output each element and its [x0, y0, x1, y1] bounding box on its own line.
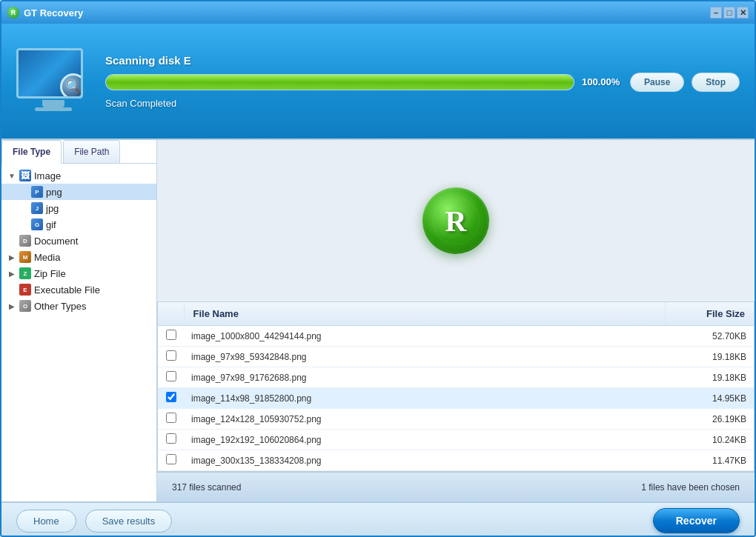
cell-filesize-1: 52.70KB [665, 326, 754, 347]
tree-label-gif: gif [46, 219, 56, 230]
title-bar: R GT Recovery – □ ✕ [1, 1, 755, 24]
tree-item-executable[interactable]: E Executable File [1, 281, 156, 298]
file-checkbox-3[interactable] [166, 371, 176, 381]
bottom-bar: Home Save results Recover [1, 501, 755, 537]
recover-button[interactable]: Recover [653, 508, 740, 533]
file-table-body: image_1000x800_44294144.png 52.70KB imag… [158, 326, 754, 471]
cell-filesize-7: 11.47KB [665, 450, 754, 471]
tree-label-image: Image [34, 170, 61, 181]
progress-bar-background [105, 74, 574, 90]
tab-file-path[interactable]: File Path [63, 140, 120, 163]
file-checkbox-7[interactable] [166, 454, 176, 464]
cell-checkbox [158, 326, 184, 347]
search-icon: 🔍 [60, 73, 83, 99]
spacer-jpg [19, 204, 28, 213]
table-row: image_114x98_91852800.png 14.95KB [158, 388, 754, 409]
cell-filename-1: image_1000x800_44294144.png [184, 326, 665, 347]
tree-label-jpg: jpg [46, 203, 59, 214]
progress-row: 100.00% Pause Stop [105, 73, 740, 92]
jpg-icon: J [31, 202, 43, 214]
file-checkbox-1[interactable] [166, 330, 176, 340]
image-folder-icon: 🖼 [19, 170, 31, 181]
minimize-button[interactable]: – [710, 7, 722, 19]
maximize-button[interactable]: □ [723, 7, 735, 19]
close-button[interactable]: ✕ [737, 7, 749, 19]
title-controls: – □ ✕ [710, 7, 749, 19]
progress-bar-fill [106, 75, 574, 90]
table-row: image_192x192_106020864.png 10.24KB [158, 430, 754, 450]
cell-filesize-3: 19.18KB [665, 367, 754, 388]
monitor-base [35, 107, 72, 111]
cell-checkbox [158, 388, 184, 409]
file-type-tree: ▼ 🖼 Image P png J jpg [1, 164, 156, 318]
spacer-exec [7, 285, 16, 294]
col-checkbox [158, 302, 184, 326]
executable-icon: E [19, 284, 31, 296]
logo-area: R [157, 140, 755, 301]
home-button[interactable]: Home [16, 510, 76, 533]
progress-percentage: 100.00% [582, 76, 623, 87]
recover-logo: R [422, 187, 489, 254]
scan-info: Scanning disk E 100.00% Pause Stop Scan … [105, 54, 740, 109]
expander-media: ▶ [7, 253, 16, 261]
expander-zip: ▶ [7, 269, 16, 278]
file-table-container: File Name File Size image_1000x800_44294… [157, 301, 755, 472]
tree-label-zip: Zip File [34, 268, 66, 279]
cell-filename-2: image_97x98_59342848.png [184, 347, 665, 367]
table-row: image_97x98_59342848.png 19.18KB [158, 347, 754, 367]
file-checkbox-5[interactable] [166, 413, 176, 423]
expander-image: ▼ [7, 171, 16, 180]
file-checkbox-4[interactable] [166, 392, 176, 402]
cell-filesize-4: 14.95KB [665, 388, 754, 409]
save-results-button[interactable]: Save results [85, 510, 173, 533]
tree-item-other[interactable]: ▶ O Other Types [1, 298, 156, 314]
file-checkbox-2[interactable] [166, 350, 176, 361]
sidebar-tabs: File Type File Path [1, 140, 156, 164]
files-scanned-text: 317 files scanned [172, 482, 241, 493]
file-area: R File Name File Size [157, 140, 755, 501]
cell-filesize-2: 19.18KB [665, 347, 754, 367]
tree-item-png[interactable]: P png [1, 184, 156, 200]
cell-checkbox [158, 450, 184, 471]
document-icon: D [19, 235, 31, 247]
tree-item-media[interactable]: ▶ M Media [1, 249, 156, 265]
file-checkbox-6[interactable] [166, 433, 176, 444]
scan-title: Scanning disk E [105, 54, 740, 67]
col-filesize: File Size [665, 302, 754, 326]
tree-item-gif[interactable]: G gif [1, 216, 156, 233]
tree-item-image[interactable]: ▼ 🖼 Image [1, 167, 156, 184]
table-row: image_300x135_138334208.png 11.47KB [158, 450, 754, 471]
cell-checkbox [158, 367, 184, 388]
cell-checkbox [158, 409, 184, 430]
spacer-document [7, 236, 16, 245]
app-window: R GT Recovery – □ ✕ 🔍 Scanning disk E 10… [0, 0, 756, 537]
tab-file-type[interactable]: File Type [1, 140, 62, 164]
cell-filename-5: image_124x128_105930752.png [184, 409, 665, 430]
bottom-left-buttons: Home Save results [16, 510, 172, 533]
cell-checkbox [158, 347, 184, 367]
cell-filesize-5: 26.19KB [665, 409, 754, 430]
tree-item-jpg[interactable]: J jpg [1, 200, 156, 216]
tree-label-executable: Executable File [34, 284, 100, 296]
tree-item-zip[interactable]: ▶ Z Zip File [1, 265, 156, 281]
monitor-icon: 🔍 [16, 48, 90, 115]
files-chosen-text: 1 files have been chosen [641, 482, 740, 493]
tree-item-document[interactable]: D Document [1, 233, 156, 249]
tree-label-document: Document [34, 236, 78, 247]
monitor-stand [42, 100, 64, 107]
sidebar: File Type File Path ▼ 🖼 Image P png [1, 140, 157, 501]
tree-label-other: Other Types [34, 301, 87, 312]
scan-completed-text: Scan Completed [105, 98, 740, 109]
pause-button[interactable]: Pause [630, 73, 684, 92]
stop-button[interactable]: Stop [692, 73, 740, 92]
recover-letter: R [445, 204, 467, 239]
media-icon: M [19, 251, 31, 263]
cell-checkbox [158, 430, 184, 450]
png-icon: P [31, 186, 43, 198]
table-header-row: File Name File Size [158, 302, 754, 326]
cell-filename-4: image_114x98_91852800.png [184, 388, 665, 409]
tree-label-png: png [46, 187, 62, 198]
tree-label-media: Media [34, 252, 60, 263]
cell-filesize-6: 10.24KB [665, 430, 754, 450]
app-icon: R [7, 7, 19, 19]
